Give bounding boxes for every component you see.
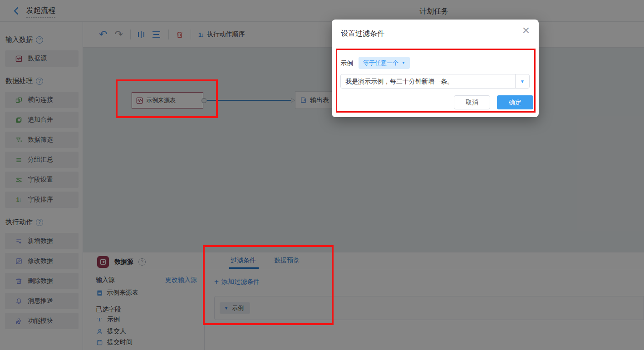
confirm-button[interactable]: 确定 (497, 95, 533, 109)
value-select-button[interactable]: ▼ (515, 74, 529, 88)
operator-label: 等于任意一个 (363, 59, 398, 67)
modal-title: 设置过滤条件 (341, 29, 384, 39)
operator-dropdown[interactable]: 等于任意一个 ▼ (359, 57, 410, 69)
filter-condition-modal: 设置过滤条件 × 示例 等于任意一个 ▼ 我是演示示例，每三十分钟新增一条。 ▼… (332, 20, 539, 117)
modal-field-label: 示例 (340, 59, 353, 68)
value-select[interactable]: 我是演示示例，每三十分钟新增一条。 ▼ (340, 74, 530, 89)
caret-down-icon: ▼ (520, 79, 525, 84)
caret-down-icon: ▼ (402, 61, 405, 65)
value-select-text: 我是演示示例，每三十分钟新增一条。 (341, 74, 515, 88)
modal-backdrop (0, 0, 644, 350)
cancel-button[interactable]: 取消 (454, 95, 490, 109)
close-icon[interactable]: × (522, 24, 530, 37)
